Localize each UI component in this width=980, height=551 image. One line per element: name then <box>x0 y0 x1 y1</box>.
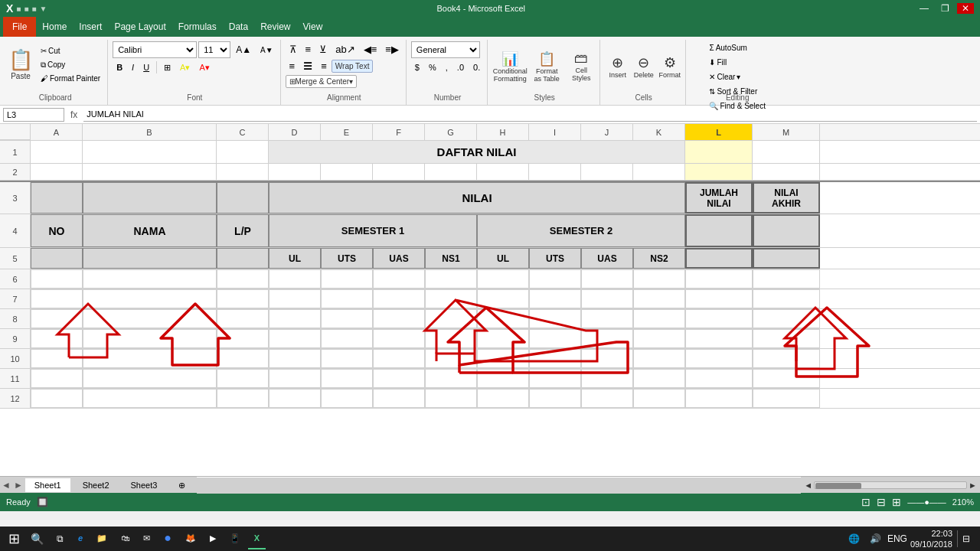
cell-d11[interactable] <box>269 369 321 388</box>
taskbar-firefox[interactable]: 🦊 <box>179 528 202 549</box>
formula-input[interactable] <box>83 108 977 122</box>
cell-c5[interactable] <box>217 248 269 269</box>
cell-e6[interactable] <box>321 269 373 289</box>
col-header-c[interactable]: C <box>217 124 269 140</box>
cell-m4[interactable] <box>753 214 820 247</box>
cell-h7[interactable] <box>477 289 529 308</box>
row-header-3[interactable]: 3 <box>0 182 31 214</box>
cell-j2[interactable] <box>581 164 633 180</box>
col-header-a[interactable]: A <box>31 124 83 140</box>
decimal-decrease-button[interactable]: 0. <box>469 60 484 75</box>
task-view-button[interactable]: ⧉ <box>49 528 70 549</box>
cell-i9[interactable] <box>529 329 581 348</box>
cell-d7[interactable] <box>269 289 321 308</box>
cell-e11[interactable] <box>321 369 373 388</box>
cell-m3[interactable]: NILAIAKHIR <box>753 182 820 214</box>
copy-button[interactable]: ⧉ Copy <box>37 58 104 71</box>
cell-f5[interactable]: UAS <box>373 248 425 269</box>
cell-e9[interactable] <box>321 329 373 348</box>
cell-m1[interactable] <box>753 141 820 163</box>
cell-f8[interactable] <box>373 309 425 328</box>
cell-c1[interactable] <box>217 141 269 163</box>
row-header-5[interactable]: 5 <box>0 248 31 269</box>
align-bottom-button[interactable]: ⊻ <box>315 41 331 57</box>
add-sheet-button[interactable]: ⊕ <box>168 478 195 492</box>
cell-a6[interactable] <box>31 269 83 289</box>
cell-d12[interactable] <box>269 389 321 408</box>
cell-a7[interactable] <box>31 289 83 308</box>
cell-m5[interactable] <box>753 248 820 269</box>
formula-fn-button[interactable]: fx <box>67 109 80 120</box>
col-header-m[interactable]: M <box>753 124 820 140</box>
cell-e2[interactable] <box>321 164 373 180</box>
percent-button[interactable]: % <box>425 60 440 75</box>
col-header-e[interactable]: E <box>321 124 373 140</box>
cell-f6[interactable] <box>373 269 425 289</box>
taskbar-app6[interactable]: 📱 <box>224 528 247 549</box>
col-header-k[interactable]: K <box>633 124 685 140</box>
cell-m9[interactable] <box>753 329 820 348</box>
merge-center-button[interactable]: ⊞ Merge & Center ▾ <box>286 75 358 88</box>
comma-button[interactable]: , <box>442 60 452 75</box>
close-button[interactable]: ✕ <box>957 3 974 14</box>
cell-l3[interactable]: JUMLAHNILAI <box>685 182 753 214</box>
cell-i7[interactable] <box>529 289 581 308</box>
col-header-h[interactable]: H <box>477 124 529 140</box>
volume-icon[interactable]: 🔊 <box>867 530 884 547</box>
cell-d5[interactable]: UL <box>269 248 321 269</box>
cell-l12[interactable] <box>685 389 753 408</box>
paste-button[interactable]: 📋 Paste <box>6 41 35 87</box>
cell-g7[interactable] <box>425 289 477 308</box>
row-header-6[interactable]: 6 <box>0 269 31 289</box>
cell-g2[interactable] <box>425 164 477 180</box>
row-header-9[interactable]: 9 <box>0 329 31 348</box>
page-layout-menu[interactable]: Page Layout <box>108 17 172 37</box>
cell-l8[interactable] <box>685 309 753 328</box>
cell-b1[interactable] <box>83 141 217 163</box>
insert-menu[interactable]: Insert <box>73 17 108 37</box>
align-right-button[interactable]: ≡ <box>317 58 331 73</box>
cell-e8[interactable] <box>321 309 373 328</box>
show-desktop-button[interactable]: ⊟ <box>957 530 974 547</box>
cell-b9[interactable] <box>83 329 217 348</box>
row-header-1[interactable]: 1 <box>0 141 31 163</box>
cell-styles-button[interactable]: 🗃 Cell Styles <box>566 43 596 90</box>
cell-b4[interactable]: NAMA <box>83 214 217 247</box>
col-header-i[interactable]: I <box>529 124 581 140</box>
sheet-tab-3[interactable]: Sheet3 <box>121 478 168 492</box>
italic-button[interactable]: I <box>128 60 138 75</box>
format-button[interactable]: ⚙ Format <box>658 43 682 90</box>
row-header-10[interactable]: 10 <box>0 349 31 368</box>
cell-i11[interactable] <box>529 369 581 388</box>
cell-l9[interactable] <box>685 329 753 348</box>
cell-k12[interactable] <box>633 389 685 408</box>
home-menu[interactable]: Home <box>36 17 73 37</box>
cell-m11[interactable] <box>753 369 820 388</box>
col-header-f[interactable]: F <box>373 124 425 140</box>
cell-j6[interactable] <box>581 269 633 289</box>
cell-m10[interactable] <box>753 349 820 368</box>
cell-a4[interactable]: NO <box>31 214 83 247</box>
sheet-nav-prev[interactable]: ◄ <box>0 478 12 492</box>
cell-i6[interactable] <box>529 269 581 289</box>
cut-button[interactable]: ✂ Cut <box>37 44 104 57</box>
border-button[interactable]: ⊞ <box>160 60 175 75</box>
cell-a9[interactable] <box>31 329 83 348</box>
cell-h9[interactable] <box>477 329 529 348</box>
cell-f7[interactable] <box>373 289 425 308</box>
fill-button[interactable]: ⬇ Fill <box>705 56 769 69</box>
clock[interactable]: 22:03 09/10/2018 <box>910 528 952 550</box>
cell-f11[interactable] <box>373 369 425 388</box>
cell-g12[interactable] <box>425 389 477 408</box>
cell-j5[interactable]: UAS <box>581 248 633 269</box>
insert-button[interactable]: ⊕ Insert <box>606 43 630 90</box>
start-button[interactable]: ⊞ <box>3 528 24 549</box>
col-header-d[interactable]: D <box>269 124 321 140</box>
cell-l7[interactable] <box>685 289 753 308</box>
underline-button[interactable]: U <box>139 60 153 75</box>
cell-a3[interactable] <box>31 182 83 214</box>
cell-a10[interactable] <box>31 349 83 368</box>
cell-h5[interactable]: UL <box>477 248 529 269</box>
cell-b8[interactable] <box>83 309 217 328</box>
cell-m2[interactable] <box>753 164 820 180</box>
